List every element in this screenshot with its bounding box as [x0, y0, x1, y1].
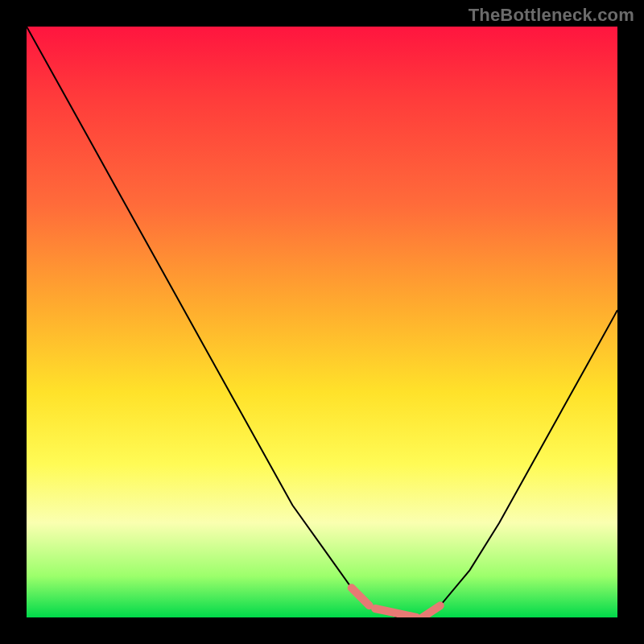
watermark-text: TheBottleneck.com: [469, 5, 634, 26]
curve-svg: [27, 27, 617, 617]
chart-frame: TheBottleneck.com: [0, 0, 644, 644]
highlight-right: [423, 605, 440, 617]
highlight-left: [352, 588, 369, 605]
bottleneck-curve: [27, 27, 617, 617]
plot-area: [27, 27, 617, 617]
highlight-flat: [375, 609, 416, 617]
